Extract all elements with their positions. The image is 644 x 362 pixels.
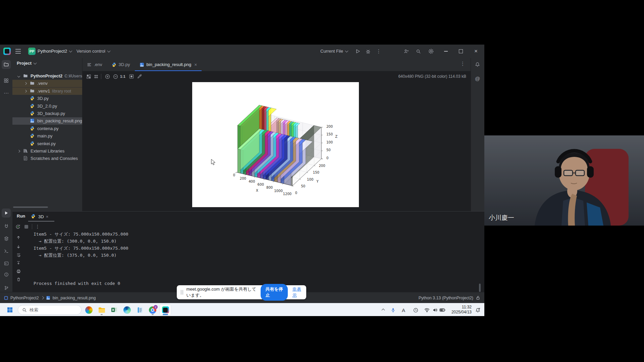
project-tool-icon[interactable] <box>2 60 11 69</box>
chevron-right-icon[interactable] <box>17 150 20 153</box>
chevron-right-icon[interactable] <box>24 82 27 85</box>
vcs-widget[interactable]: Version control <box>76 45 110 58</box>
python-icon <box>112 62 116 67</box>
taskbar-excel-button[interactable] <box>109 304 120 315</box>
taskbar-search-input[interactable]: 検索 <box>18 305 82 315</box>
start-button[interactable] <box>4 304 15 315</box>
run-console-output[interactable]: Item5 - サイズ: 75.000x150.000x75.000 → 配置位… <box>34 231 128 287</box>
tree-item-pythonproject2[interactable]: PythonProject2C:¥Users¥one¥ <box>12 72 82 80</box>
transparency-checkerboard-icon[interactable] <box>85 73 92 80</box>
editor-tab--env[interactable]: .env <box>82 58 107 71</box>
more-actions-icon[interactable]: ⋮ <box>375 47 383 55</box>
run-button[interactable] <box>354 47 362 55</box>
search-placeholder: 検索 <box>30 307 38 313</box>
close-icon[interactable]: × <box>194 62 197 67</box>
tree-item-bin-packing-result-png[interactable]: bin_packing_result.png <box>12 117 82 125</box>
settings-gear-icon[interactable] <box>427 47 435 55</box>
close-icon[interactable]: × <box>46 214 49 219</box>
battery-icon[interactable] <box>438 306 446 314</box>
python-icon <box>30 126 35 131</box>
editor-tab-bin-packing-result-png[interactable]: bin_packing_result.png× <box>135 58 202 71</box>
breadcrumb-project[interactable]: PythonProject2 <box>10 296 39 300</box>
tree-item-scratches-and-consoles[interactable]: Scratches and Consoles <box>12 155 82 162</box>
breadcrumb-file[interactable]: bin_packing_result.png <box>53 296 96 300</box>
window-close-button[interactable]: × <box>469 45 483 58</box>
drag-handle-icon[interactable] <box>181 290 181 295</box>
debug-button[interactable] <box>364 47 372 55</box>
search-everywhere-icon[interactable] <box>414 47 422 55</box>
tree-item-3d-py[interactable]: 3D.py <box>12 95 82 102</box>
chevron-right-icon <box>41 296 44 300</box>
console-scrollbar[interactable] <box>479 284 481 292</box>
ai-assistant-icon[interactable]: @ <box>473 74 482 83</box>
tree-item-label: .venv1library root <box>37 88 71 94</box>
actual-size-button[interactable]: 1:1 <box>119 73 126 80</box>
project-badge: PP <box>28 48 36 55</box>
scroll-up-icon[interactable] <box>15 235 21 241</box>
project-panel-title[interactable]: Project <box>17 61 36 66</box>
wifi-icon[interactable] <box>423 306 431 314</box>
tree-item-label: 3D.py <box>37 96 49 101</box>
editor-tab-3d-py[interactable]: 3D.py <box>107 58 135 71</box>
services-tool-icon[interactable] <box>2 221 11 230</box>
tree-item-senkei-py[interactable]: senkei.py <box>12 140 82 147</box>
main-menu-icon[interactable] <box>15 49 21 50</box>
tree-item-3d-2-0-py[interactable]: 3D_2.0.py <box>12 103 82 110</box>
grid-lines-icon[interactable] <box>92 73 100 80</box>
taskbar-copilot-button[interactable] <box>83 304 95 315</box>
notifications-bell-icon[interactable] <box>473 60 482 69</box>
project-selector[interactable]: PythonProject2 <box>38 45 72 58</box>
tree-item-contena-py[interactable]: contena.py <box>12 125 82 132</box>
speaker-icon[interactable] <box>431 306 439 314</box>
clock-app-tray-icon[interactable] <box>412 306 420 314</box>
microphone-tray-icon[interactable] <box>389 306 397 314</box>
unlocked-padlock-icon[interactable] <box>476 296 480 300</box>
rerun-button[interactable] <box>14 223 21 230</box>
tree-item--venv1[interactable]: .venv1library root <box>12 87 82 95</box>
tree-item-3d-backup-py[interactable]: 3D_backup.py <box>12 110 82 117</box>
zoom-in-icon[interactable] <box>104 73 111 80</box>
chevron-right-icon[interactable] <box>24 90 27 93</box>
window-minimize-button[interactable] <box>438 45 453 58</box>
python-console-tool-icon[interactable] <box>2 246 11 255</box>
ime-mode-indicator[interactable]: A <box>399 306 408 314</box>
taskbar-edge-button[interactable] <box>121 304 133 315</box>
commit-tool-icon[interactable] <box>2 76 11 85</box>
terminal-tool-icon[interactable] <box>2 259 11 268</box>
taskbar-chrome-button[interactable]: y <box>147 304 158 315</box>
taskbar-pycharm-button[interactable] <box>160 304 171 315</box>
zoom-out-icon[interactable] <box>112 73 119 80</box>
code-with-me-icon[interactable] <box>402 47 410 55</box>
problems-tool-icon[interactable] <box>2 270 11 279</box>
version-control-tool-icon[interactable] <box>2 283 11 292</box>
color-picker-icon[interactable] <box>136 73 143 80</box>
scroll-down-icon[interactable] <box>15 244 21 250</box>
chevron-down-icon[interactable] <box>17 75 20 77</box>
clear-all-icon[interactable] <box>15 276 21 282</box>
interpreter-widget[interactable]: Python 3.13 (PythonProject2) <box>419 296 473 300</box>
tree-item--venv[interactable]: .venv <box>12 80 82 87</box>
python-packages-tool-icon[interactable] <box>2 234 11 243</box>
run-configuration-selector[interactable]: Current File <box>320 45 348 58</box>
soft-wrap-icon[interactable] <box>15 252 21 258</box>
more-tools-icon[interactable]: ⋯ <box>2 88 11 98</box>
notification-bell-icon[interactable] <box>474 306 482 314</box>
print-icon[interactable] <box>15 268 21 274</box>
tree-item-main-py[interactable]: main.py <box>12 132 82 140</box>
run-more-icon[interactable]: ⋮ <box>34 223 41 230</box>
project-tree-hscrollbar[interactable] <box>13 206 48 208</box>
stop-sharing-button[interactable]: 共有を停止 <box>261 284 287 301</box>
window-maximize-button[interactable] <box>453 45 468 58</box>
taskbar-notepad-button[interactable] <box>134 304 146 315</box>
run-tab-3d[interactable]: 3D × <box>31 212 48 221</box>
tabbar-more-icon[interactable]: ⋮ <box>460 61 465 67</box>
run-tool-icon[interactable] <box>2 208 11 218</box>
tree-item-external-libraries[interactable]: External Libraries <box>12 147 82 155</box>
hide-banner-link[interactable]: 非表示 <box>292 286 303 298</box>
stop-button[interactable] <box>22 223 30 230</box>
tray-show-hidden-icon[interactable] <box>379 306 387 314</box>
fit-to-window-icon[interactable] <box>128 73 135 80</box>
taskbar-explorer-button[interactable] <box>96 304 107 315</box>
clock-datetime[interactable]: 11:32 2025/04/13 <box>451 305 472 315</box>
scroll-to-end-icon[interactable] <box>15 260 21 266</box>
